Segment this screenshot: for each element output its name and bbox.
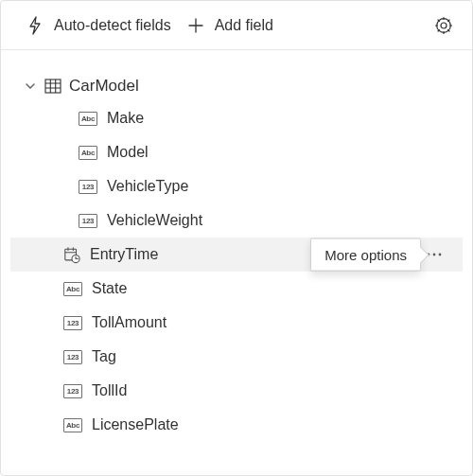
field-name: State [92, 280, 127, 297]
add-field-button[interactable]: Add field [181, 12, 279, 39]
field-row[interactable]: AbcLicensePlate [10, 408, 463, 442]
svg-point-14 [439, 254, 442, 256]
field-row[interactable]: 123VehicleType [10, 169, 463, 203]
field-name: EntryTime [90, 246, 158, 263]
settings-button[interactable] [430, 12, 457, 39]
text-type-icon: Abc [63, 282, 82, 296]
table-icon [44, 77, 61, 96]
svg-point-0 [441, 23, 447, 28]
field-row[interactable]: AbcMake [10, 101, 463, 135]
fields-body: CarModel AbcMakeAbcModel123VehicleType12… [1, 50, 472, 475]
number-type-icon: 123 [79, 214, 97, 228]
field-name: VehicleWeight [107, 212, 202, 229]
svg-point-13 [433, 254, 436, 256]
text-type-icon: Abc [79, 146, 97, 160]
text-type-icon: Abc [63, 418, 82, 432]
toolbar: Auto-detect fields Add field [1, 1, 472, 50]
tree-root-label: CarModel [69, 77, 139, 96]
datetime-type-icon [63, 246, 80, 263]
auto-detect-button[interactable]: Auto-detect fields [20, 12, 177, 39]
number-type-icon: 123 [63, 384, 82, 398]
fields-panel: Auto-detect fields Add field [0, 0, 473, 476]
more-options-tooltip: More options [310, 238, 421, 272]
field-row[interactable]: AbcModel [10, 135, 463, 169]
field-row[interactable]: 123TollAmount [10, 306, 463, 340]
field-row[interactable]: AbcState [10, 272, 463, 306]
add-field-label: Add field [215, 17, 273, 34]
gear-icon [434, 16, 453, 35]
number-type-icon: 123 [63, 350, 82, 364]
field-row[interactable]: EntryTimeMore options [10, 238, 463, 272]
field-name: LicensePlate [92, 416, 179, 433]
tree-children: AbcMakeAbcModel123VehicleType123VehicleW… [10, 101, 463, 442]
field-name: VehicleType [107, 178, 188, 195]
field-row[interactable]: 123Tag [10, 340, 463, 374]
number-type-icon: 123 [63, 316, 82, 330]
chevron-down-icon [24, 77, 37, 96]
field-row[interactable]: 123VehicleWeight [10, 203, 463, 238]
number-type-icon: 123 [79, 180, 97, 194]
field-row[interactable]: 123TollId [10, 374, 463, 408]
svg-rect-2 [45, 79, 61, 93]
tree-root[interactable]: CarModel [10, 73, 463, 99]
field-name: TollAmount [92, 314, 166, 331]
auto-detect-label: Auto-detect fields [54, 17, 171, 34]
text-type-icon: Abc [79, 112, 97, 126]
plus-icon [186, 16, 205, 35]
field-name: Model [107, 144, 149, 161]
field-name: TollId [92, 382, 127, 399]
svg-point-1 [437, 18, 451, 32]
field-name: Make [107, 110, 144, 127]
bolt-icon [26, 16, 44, 35]
field-name: Tag [92, 348, 116, 365]
